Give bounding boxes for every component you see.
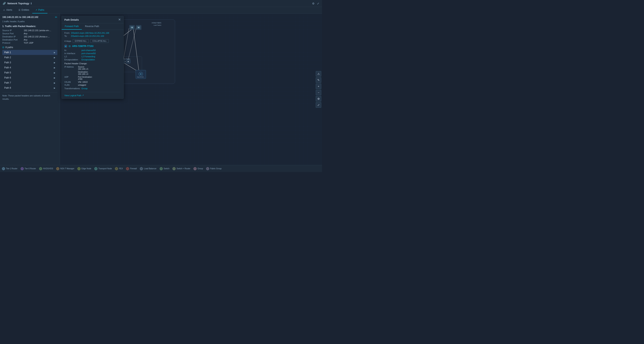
svg-text:Leaf Fabric: Leaf Fabric	[154, 24, 162, 26]
detail-in-interface: In Interface: port-channel50	[64, 52, 121, 55]
ph-vxlan-label: VXLAN	[64, 81, 78, 83]
tab-paths[interactable]: ↗ Paths	[32, 7, 48, 14]
legend-firewall[interactable]: ◯ Firewall	[126, 167, 137, 170]
entities-tab-icon: ☰	[18, 9, 20, 11]
device-row: ▣ ⊟ ARS-7280TR-77153	[64, 45, 121, 48]
l2-value: L2 Forwarding	[82, 55, 95, 58]
legend-lb[interactable]: ◯ Load Balancer	[140, 167, 156, 170]
ph-udp-value: Port Destination: 4789	[78, 76, 94, 80]
device-name: ARS-7280TR-77153	[72, 45, 93, 48]
legend-nsx[interactable]: ◯ NSX-T Manager	[56, 167, 74, 170]
to-label: To:	[64, 35, 70, 37]
traffic-header: 1. Traffic with Packet Headers:	[2, 25, 57, 28]
nsx-icon: ◯	[56, 167, 59, 170]
expand-header-icon[interactable]: ⤢	[317, 2, 319, 5]
legend-tier0-router[interactable]: ◯ Tier-0 Router	[20, 167, 36, 170]
source-port-label: Source Port	[2, 32, 24, 35]
path-arrow-7: ▶	[54, 82, 56, 84]
legend-fex[interactable]: ◯ FEX	[115, 167, 123, 170]
view-logical-path-link[interactable]: View Logical Path ↗	[64, 92, 121, 97]
paths-count-label: 8 paths	[6, 46, 13, 49]
collapse-all-button[interactable]: COLLAPSE ALL	[90, 39, 109, 43]
legend-transport[interactable]: ◯ Transport Node	[94, 167, 112, 170]
alert-zoom-icon[interactable]: ⚠	[316, 71, 321, 77]
tab-entities[interactable]: ☰ Entities	[15, 7, 32, 14]
path-item-7[interactable]: Path 7 ▶	[2, 80, 57, 85]
ph-ip-dest-row: Destination: 192.148.1.6	[64, 71, 121, 75]
hops-row: 4 Hops EXPAND ALL COLLAPSE ALL	[64, 39, 121, 43]
encap-label: Encapsulation:	[64, 58, 80, 61]
fabric-group-icon: ◯	[206, 167, 209, 170]
expand-all-button[interactable]: EXPAND ALL	[73, 39, 89, 43]
in-label: In:	[64, 49, 80, 51]
zoom-settings-icon[interactable]: ⚙	[316, 96, 321, 101]
legend-switch-router[interactable]: ◯ Switch + Router	[172, 167, 190, 170]
bottom-legend: ◯ Tier-1 Router ◯ Tier-0 Router ◯ NVDS/V…	[0, 165, 322, 172]
svg-point-33	[140, 73, 142, 75]
dest-port-label: Destination Port	[2, 39, 24, 41]
zoom-expand-icon[interactable]: ⤢	[316, 102, 321, 108]
svg-text:Host 10.25...: Host 10.25...	[137, 76, 145, 78]
legend-edge[interactable]: ◯ Edge Node	[78, 167, 91, 170]
legend-fabric-group[interactable]: ◯ Fabric Group	[206, 167, 222, 170]
path-arrow-8: ▶	[54, 87, 56, 89]
tab-alerts[interactable]: ⚠ Alerts	[0, 7, 15, 14]
app-header: 🔗 Network Topology ℹ ⚙ ⤢	[0, 0, 322, 7]
encap-value: Encapsulation	[82, 58, 95, 61]
source-port-row: Source Port Any	[2, 32, 57, 35]
alerts-tab-icon: ⚠	[3, 9, 5, 11]
edge-icon: ◯	[78, 167, 80, 170]
modal-tabs: Forward Path Reverse Path	[62, 23, 124, 30]
edit-zoom-icon[interactable]: ✎	[316, 77, 321, 83]
dest-ip-value: 192.148.22.102 (Arista-v-...	[24, 36, 57, 38]
zoom-out-button[interactable]: −	[316, 90, 321, 95]
source-ip-value: 192.148.22.101 (arista-vm-...	[24, 29, 57, 32]
ph-vxlan-row: VXLAN VNI: 10022	[64, 81, 121, 83]
path-item-1[interactable]: Path 1 ▶	[2, 50, 57, 55]
tier0-icon: ◯	[20, 167, 24, 170]
ph-ip-destination: Destination: 192.148.1.6	[78, 71, 94, 75]
path-arrow-5: ▶	[54, 72, 56, 74]
zoom-in-button[interactable]: +	[316, 84, 321, 89]
protocol-row: Protocol TCP, UDP	[2, 42, 57, 44]
group-icon: ◯	[194, 167, 196, 170]
path-item-4[interactable]: Path 4 ▶	[2, 65, 57, 70]
collapse-device-icon[interactable]: ⊟	[69, 45, 70, 48]
path-arrow-3: ▶	[54, 62, 56, 64]
legend-nvds[interactable]: ◯ NVDS/VDS	[39, 167, 53, 170]
info-icon[interactable]: ℹ	[31, 2, 32, 5]
panel-header: 192.148.22.101 to 192.148.22.102 ✏	[2, 16, 57, 19]
tab-reverse-path[interactable]: Reverse Path	[82, 23, 102, 30]
legend-tier1-router[interactable]: ◯ Tier-1 Router	[2, 167, 18, 170]
paths-collapse-row[interactable]: ⊟ 8 paths	[2, 46, 57, 49]
protocol-value: TCP, UDP	[24, 42, 57, 44]
ip-range: 192.148.22.101 to 192.148.22.102	[2, 16, 38, 19]
legend-switch[interactable]: ◯ Switch	[160, 167, 169, 170]
detail-in: In: port-channel50	[64, 49, 121, 51]
svg-text:▣: ▣	[128, 61, 129, 62]
path-arrow-6: ▶	[54, 77, 56, 79]
close-button[interactable]: ✕	[118, 18, 121, 21]
path-list: Path 1 ▶ Path 2 ▶ Path 3 ▶ Path 4 ▶ Path…	[2, 50, 57, 90]
ph-table: IP Address Source: 192.148.1.5 Destinati…	[64, 66, 121, 86]
transformations-row: Transformations: Encap	[64, 87, 121, 90]
source-ip-row: Source IP 192.148.22.101 (arista-vm-...	[2, 29, 57, 32]
path-item-5[interactable]: Path 5 ▶	[2, 70, 57, 75]
svg-text:Arista Fabric: Arista Fabric	[152, 22, 162, 24]
legend-group[interactable]: ◯ Group	[194, 167, 203, 170]
in-value: port-channel50	[82, 49, 96, 51]
path-item-2[interactable]: Path 2 ▶	[2, 55, 57, 60]
path-item-8[interactable]: Path 8 ▶	[2, 85, 57, 90]
ph-vlan-row: VLAN untagged	[64, 84, 121, 86]
ph-ip-label: IP Address	[64, 66, 78, 70]
tab-forward-path[interactable]: Forward Path	[62, 23, 82, 30]
edit-icon[interactable]: ✏	[55, 16, 57, 19]
settings-header-icon[interactable]: ⚙	[312, 2, 314, 5]
left-panel: 192.148.22.101 to 192.148.22.102 ✏ 1 tra…	[0, 14, 60, 165]
external-link-icon: ↗	[82, 94, 84, 97]
zoom-controls: ⚠ ✎ + − ⚙ ⤢	[316, 71, 321, 108]
from-row: From: DSwitch-evpn-168-New-10.253.241.16…	[64, 32, 121, 34]
path-item-6[interactable]: Path 6 ▶	[2, 75, 57, 80]
ph-ip-source: Source: 192.148.1.5	[78, 66, 94, 70]
path-item-3[interactable]: Path 3 ▶	[2, 60, 57, 65]
